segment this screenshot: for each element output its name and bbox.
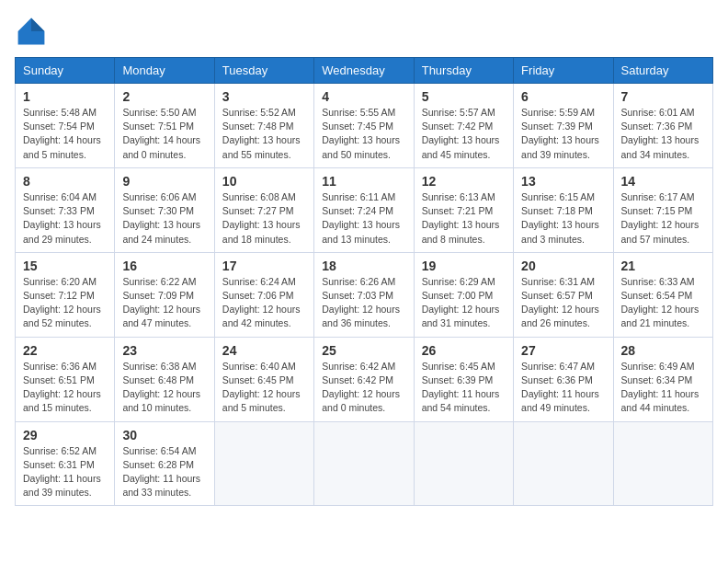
day-cell-7: 7Sunrise: 6:01 AMSunset: 7:36 PMDaylight… [613, 84, 712, 168]
day-info: Sunrise: 5:57 AMSunset: 7:42 PMDaylight:… [422, 106, 506, 162]
day-info: Sunrise: 5:50 AMSunset: 7:51 PMDaylight:… [122, 106, 206, 162]
day-cell-20: 20Sunrise: 6:31 AMSunset: 6:57 PMDayligh… [514, 252, 613, 337]
logo-icon [15, 15, 48, 48]
day-cell-28: 28Sunrise: 6:49 AMSunset: 6:34 PMDayligh… [613, 337, 712, 421]
day-number: 28 [621, 343, 705, 358]
day-number: 2 [122, 89, 206, 104]
day-cell-19: 19Sunrise: 6:29 AMSunset: 7:00 PMDayligh… [414, 252, 513, 337]
weekday-header-thursday: Thursday [414, 58, 513, 84]
day-cell-2: 2Sunrise: 5:50 AMSunset: 7:51 PMDaylight… [115, 84, 214, 168]
day-cell-10: 10Sunrise: 6:08 AMSunset: 7:27 PMDayligh… [214, 167, 313, 252]
day-info: Sunrise: 6:24 AMSunset: 7:06 PMDaylight:… [222, 275, 306, 331]
day-cell-17: 17Sunrise: 6:24 AMSunset: 7:06 PMDayligh… [214, 252, 313, 337]
day-info: Sunrise: 6:47 AMSunset: 6:36 PMDaylight:… [521, 360, 605, 416]
day-cell-8: 8Sunrise: 6:04 AMSunset: 7:33 PMDaylight… [16, 167, 115, 252]
calendar-week-2: 8Sunrise: 6:04 AMSunset: 7:33 PMDaylight… [16, 167, 713, 252]
weekday-header-tuesday: Tuesday [214, 58, 313, 84]
calendar: SundayMondayTuesdayWednesdayThursdayFrid… [15, 57, 713, 506]
day-number: 21 [621, 259, 705, 273]
calendar-week-1: 1Sunrise: 5:48 AMSunset: 7:54 PMDaylight… [16, 84, 713, 168]
day-info: Sunrise: 6:01 AMSunset: 7:36 PMDaylight:… [621, 106, 705, 162]
day-number: 14 [621, 174, 705, 189]
day-info: Sunrise: 5:48 AMSunset: 7:54 PMDaylight:… [23, 106, 107, 162]
day-info: Sunrise: 6:04 AMSunset: 7:33 PMDaylight:… [23, 190, 107, 247]
day-cell-6: 6Sunrise: 5:59 AMSunset: 7:39 PMDaylight… [514, 84, 613, 168]
day-info: Sunrise: 6:15 AMSunset: 7:18 PMDaylight:… [521, 190, 605, 247]
logo [15, 15, 51, 48]
day-info: Sunrise: 5:52 AMSunset: 7:48 PMDaylight:… [222, 106, 306, 162]
day-info: Sunrise: 6:45 AMSunset: 6:39 PMDaylight:… [422, 360, 506, 416]
day-info: Sunrise: 6:40 AMSunset: 6:45 PMDaylight:… [222, 360, 306, 416]
weekday-header-wednesday: Wednesday [314, 58, 414, 84]
day-number: 11 [322, 174, 405, 189]
day-cell-5: 5Sunrise: 5:57 AMSunset: 7:42 PMDaylight… [414, 84, 513, 168]
day-info: Sunrise: 6:26 AMSunset: 7:03 PMDaylight:… [322, 275, 405, 331]
day-number: 24 [222, 343, 306, 358]
day-number: 17 [222, 259, 306, 273]
day-info: Sunrise: 6:42 AMSunset: 6:42 PMDaylight:… [322, 360, 405, 416]
day-cell-3: 3Sunrise: 5:52 AMSunset: 7:48 PMDaylight… [214, 84, 313, 168]
day-number: 12 [422, 174, 506, 189]
day-cell-24: 24Sunrise: 6:40 AMSunset: 6:45 PMDayligh… [214, 337, 313, 421]
day-number: 16 [122, 259, 206, 273]
weekday-header-row: SundayMondayTuesdayWednesdayThursdayFrid… [16, 58, 713, 84]
empty-cell [414, 421, 513, 506]
day-number: 4 [322, 89, 405, 104]
day-number: 30 [122, 428, 206, 442]
day-number: 25 [322, 343, 405, 358]
day-info: Sunrise: 6:11 AMSunset: 7:24 PMDaylight:… [322, 190, 405, 247]
day-cell-30: 30Sunrise: 6:54 AMSunset: 6:28 PMDayligh… [115, 421, 214, 506]
day-cell-27: 27Sunrise: 6:47 AMSunset: 6:36 PMDayligh… [514, 337, 613, 421]
day-info: Sunrise: 6:06 AMSunset: 7:30 PMDaylight:… [122, 190, 206, 247]
day-cell-12: 12Sunrise: 6:13 AMSunset: 7:21 PMDayligh… [414, 167, 513, 252]
day-info: Sunrise: 6:38 AMSunset: 6:48 PMDaylight:… [122, 360, 206, 416]
day-number: 7 [621, 89, 705, 104]
day-number: 22 [23, 343, 107, 358]
day-info: Sunrise: 6:33 AMSunset: 6:54 PMDaylight:… [621, 275, 705, 331]
day-number: 18 [322, 259, 405, 273]
day-info: Sunrise: 6:54 AMSunset: 6:28 PMDaylight:… [122, 444, 206, 500]
day-cell-9: 9Sunrise: 6:06 AMSunset: 7:30 PMDaylight… [115, 167, 214, 252]
svg-marker-1 [31, 18, 44, 31]
day-cell-22: 22Sunrise: 6:36 AMSunset: 6:51 PMDayligh… [16, 337, 115, 421]
weekday-header-sunday: Sunday [16, 58, 115, 84]
day-cell-1: 1Sunrise: 5:48 AMSunset: 7:54 PMDaylight… [16, 84, 115, 168]
day-cell-21: 21Sunrise: 6:33 AMSunset: 6:54 PMDayligh… [613, 252, 712, 337]
day-number: 20 [521, 259, 605, 273]
day-number: 26 [422, 343, 506, 358]
day-number: 3 [222, 89, 306, 104]
weekday-header-friday: Friday [514, 58, 613, 84]
header [15, 15, 713, 48]
day-cell-16: 16Sunrise: 6:22 AMSunset: 7:09 PMDayligh… [115, 252, 214, 337]
day-cell-13: 13Sunrise: 6:15 AMSunset: 7:18 PMDayligh… [514, 167, 613, 252]
calendar-week-3: 15Sunrise: 6:20 AMSunset: 7:12 PMDayligh… [16, 252, 713, 337]
day-number: 27 [521, 343, 605, 358]
day-number: 9 [122, 174, 206, 189]
weekday-header-saturday: Saturday [613, 58, 712, 84]
day-number: 1 [23, 89, 107, 104]
day-info: Sunrise: 5:59 AMSunset: 7:39 PMDaylight:… [521, 106, 605, 162]
day-info: Sunrise: 6:17 AMSunset: 7:15 PMDaylight:… [621, 190, 705, 247]
day-info: Sunrise: 6:52 AMSunset: 6:31 PMDaylight:… [23, 444, 107, 500]
day-info: Sunrise: 6:13 AMSunset: 7:21 PMDaylight:… [422, 190, 506, 247]
day-info: Sunrise: 6:31 AMSunset: 6:57 PMDaylight:… [521, 275, 605, 331]
day-cell-29: 29Sunrise: 6:52 AMSunset: 6:31 PMDayligh… [16, 421, 115, 506]
day-cell-4: 4Sunrise: 5:55 AMSunset: 7:45 PMDaylight… [314, 84, 414, 168]
day-info: Sunrise: 6:08 AMSunset: 7:27 PMDaylight:… [222, 190, 306, 247]
day-number: 19 [422, 259, 506, 273]
day-cell-25: 25Sunrise: 6:42 AMSunset: 6:42 PMDayligh… [314, 337, 414, 421]
day-number: 29 [23, 428, 107, 442]
calendar-week-5: 29Sunrise: 6:52 AMSunset: 6:31 PMDayligh… [16, 421, 713, 506]
day-cell-15: 15Sunrise: 6:20 AMSunset: 7:12 PMDayligh… [16, 252, 115, 337]
day-number: 13 [521, 174, 605, 189]
day-number: 10 [222, 174, 306, 189]
day-info: Sunrise: 6:49 AMSunset: 6:34 PMDaylight:… [621, 360, 705, 416]
day-cell-23: 23Sunrise: 6:38 AMSunset: 6:48 PMDayligh… [115, 337, 214, 421]
empty-cell [613, 421, 712, 506]
day-info: Sunrise: 6:20 AMSunset: 7:12 PMDaylight:… [23, 275, 107, 331]
day-number: 6 [521, 89, 605, 104]
day-number: 15 [23, 259, 107, 273]
day-cell-26: 26Sunrise: 6:45 AMSunset: 6:39 PMDayligh… [414, 337, 513, 421]
day-number: 5 [422, 89, 506, 104]
day-number: 8 [23, 174, 107, 189]
